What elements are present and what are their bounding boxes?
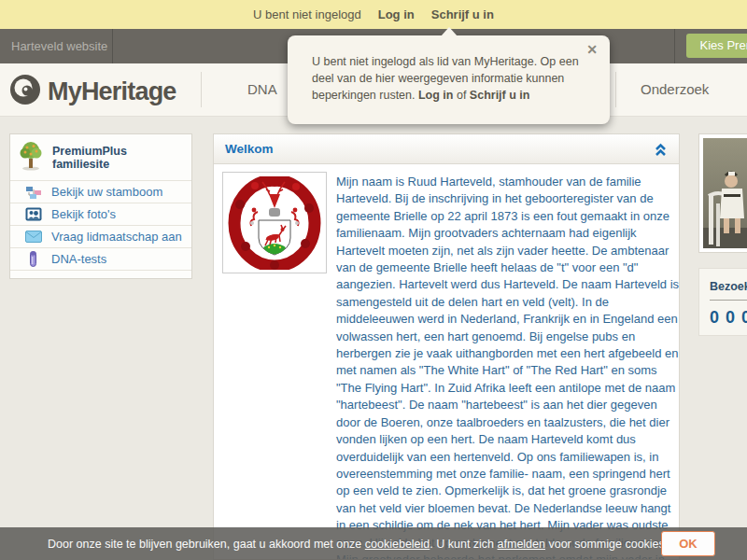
sidebar-item-fotos[interactable]: Bekijk foto's xyxy=(10,203,191,225)
cookie-consent-text: Door onze site te blijven gebruiken, gaa… xyxy=(48,538,668,551)
family-tree-icon xyxy=(24,185,42,200)
site-name: Harteveld website xyxy=(11,29,107,63)
nav-item-onderzoek[interactable]: Onderzoek xyxy=(641,63,709,116)
logo-text: MyHeritage xyxy=(48,77,176,106)
sidebar-item-label: DNA-tests xyxy=(51,252,106,266)
visitors-title: Bezoekers xyxy=(710,280,747,293)
page-title: Welkom xyxy=(225,142,274,156)
popup-message: U bent niet ingelogd als lid van MyHerit… xyxy=(312,53,594,104)
sidebar-item-lidmaatschap[interactable]: Vraag lidmaatschap aan xyxy=(10,225,191,247)
popup-connector: of xyxy=(453,89,469,102)
myheritage-logo[interactable]: MyHeritage xyxy=(9,74,176,109)
divider xyxy=(674,29,675,63)
cookie-text-part: voor sommige cookies. xyxy=(545,538,668,551)
divider xyxy=(10,270,191,271)
welcome-panel-header: Welkom xyxy=(214,134,679,164)
photos-icon xyxy=(24,207,42,221)
site-sidebar: PremiumPlus familiesite Bekijk uw stambo… xyxy=(9,133,192,279)
login-notice-popup: ✕ U bent niet ingelogd als lid van MyHer… xyxy=(288,35,610,124)
visitor-counter: 000 xyxy=(710,308,747,328)
test-tube-icon xyxy=(24,251,42,267)
signup-link[interactable]: Schrijf u in xyxy=(431,7,494,21)
sidebar-item-label: Bekijk foto's xyxy=(51,207,116,221)
sidebar-item-label: Bekijk uw stamboom xyxy=(51,185,162,199)
welcome-paragraph: Mijn naam is Ruud Harteveld, stamhouder … xyxy=(336,174,680,560)
popup-login-link[interactable]: Log in xyxy=(418,89,454,102)
sidebar-header: PremiumPlus familiesite xyxy=(10,134,191,180)
divider xyxy=(615,72,616,107)
collapse-chevrons-icon[interactable] xyxy=(654,142,668,157)
family-crest-image xyxy=(222,172,327,273)
envelope-icon xyxy=(24,231,42,243)
cookie-ok-button[interactable]: OK xyxy=(661,531,715,556)
cookie-text-part: . U kunt zich xyxy=(430,538,497,551)
sidebar-item-label: Vraag lidmaatschap aan xyxy=(51,230,182,244)
visitors-panel: Bezoekers 000 xyxy=(698,268,747,336)
cookie-consent-bar: Door onze site te blijven gebruiken, gaa… xyxy=(0,527,747,560)
login-status-text: U bent niet ingelogd xyxy=(253,7,361,21)
cookie-optout-link[interactable]: afmelden xyxy=(498,538,545,551)
popup-signup-link[interactable]: Schrijf u in xyxy=(470,89,530,102)
choose-premium-button[interactable]: Kies Premium xyxy=(686,34,747,58)
nav-item-dna[interactable]: DNA xyxy=(247,63,277,116)
sidebar-title: PremiumPlus familiesite xyxy=(52,145,184,171)
cookie-text-part: Door onze site te blijven gebruiken, gaa… xyxy=(48,538,365,551)
sidebar-item-dna-tests[interactable]: DNA-tests xyxy=(10,247,191,270)
login-status-bar: U bent niet ingelogd Log in Schrijf u in xyxy=(0,0,747,29)
family-photo xyxy=(698,133,747,253)
myheritage-logo-icon xyxy=(9,74,41,109)
divider xyxy=(112,29,113,63)
welcome-panel: Welkom xyxy=(213,133,680,560)
divider xyxy=(201,72,202,107)
cookie-policy-link[interactable]: cookiebeleid xyxy=(365,538,430,551)
sidebar-item-stamboom[interactable]: Bekijk uw stamboom xyxy=(10,180,191,203)
login-link[interactable]: Log in xyxy=(378,7,415,21)
divider xyxy=(710,300,747,301)
family-tree-logo-icon xyxy=(18,141,44,175)
popup-pointer xyxy=(441,27,458,36)
